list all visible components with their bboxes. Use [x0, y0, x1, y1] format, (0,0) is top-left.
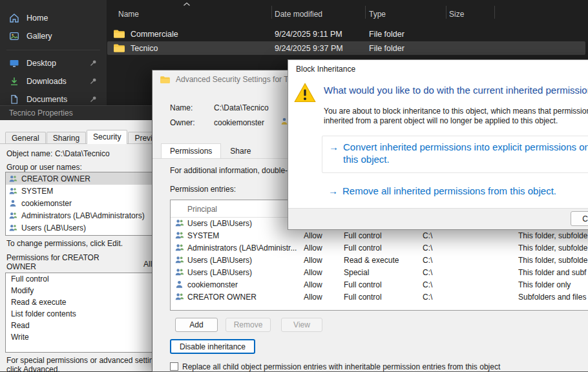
block-dialog-footer: Cancel	[288, 208, 588, 229]
entry-type: Allow	[304, 243, 322, 253]
group-icon	[8, 187, 17, 196]
sidebar-item-gallery[interactable]: Gallery	[3, 27, 103, 45]
folder-icon	[113, 43, 125, 53]
entry-access: Full control	[344, 231, 382, 240]
group-name: CREATOR OWNER	[21, 174, 90, 183]
tab-security[interactable]: Security	[87, 130, 127, 144]
column-header-date-modified[interactable]: Date modified	[275, 10, 322, 19]
entry-principal: cookiemonster	[187, 280, 238, 289]
file-row-commerciale[interactable]: Commerciale 9/24/2025 9:11 PM File folde…	[107, 27, 585, 41]
replace-permissions-checkbox[interactable]	[170, 362, 178, 371]
tab-sharing[interactable]: Sharing	[47, 132, 86, 144]
sidebar-item-downloads[interactable]: Downloads	[3, 72, 103, 90]
entry-type: Allow	[304, 256, 322, 265]
permission-name: Read	[11, 321, 30, 330]
column-divider[interactable]	[271, 6, 272, 19]
entry-access: Full control	[344, 280, 382, 289]
user-icon	[174, 280, 184, 289]
tab-general[interactable]: General	[5, 132, 46, 144]
group-name: cookiemonster	[21, 199, 72, 208]
sidebar-item-label: Desktop	[26, 59, 56, 68]
entry-applies-to: Subfolders and files	[518, 293, 586, 302]
column-header-name[interactable]: Name	[118, 10, 139, 19]
entry-type: Allow	[304, 231, 322, 240]
tab-share[interactable]: Share	[221, 143, 260, 159]
permissions-for-label: Permissions for CREATOR OWNER	[6, 253, 103, 271]
group-icon	[8, 211, 17, 220]
name-value: C:\Data\Tecnico	[214, 103, 269, 112]
entry-access: Full control	[344, 293, 382, 302]
permission-name: Read & execute	[11, 298, 66, 307]
block-title-bar[interactable]: Block Inheritance	[288, 60, 588, 78]
entry-access: Special	[344, 268, 369, 277]
screen: Home Gallery Desktop Downloads Documents	[0, 0, 588, 372]
permission-entry-row[interactable]: cookiemonster Allow Full control C:\ Thi…	[171, 278, 588, 291]
sidebar-divider	[6, 50, 100, 50]
owner-label: Owner:	[170, 118, 195, 127]
entry-applies-to: This folder only	[518, 280, 571, 289]
cancel-button[interactable]: Cancel	[571, 211, 588, 226]
block-title: Block Inheritance	[296, 65, 355, 74]
pin-icon	[89, 95, 98, 103]
block-inheritance-dialog: Block Inheritance What would you like to…	[288, 59, 588, 230]
advanced-note: For special permissions or advanced sett…	[6, 356, 169, 372]
sidebar-item-desktop[interactable]: Desktop	[3, 54, 103, 72]
permission-entry-row[interactable]: CREATOR OWNER Allow Full control C:\ Sub…	[171, 291, 588, 303]
entry-principal: SYSTEM	[187, 231, 219, 240]
entry-inherited-from: C:\	[423, 256, 432, 265]
group-icon	[8, 223, 17, 232]
file-name: Commerciale	[131, 30, 178, 39]
principal-column-header[interactable]: Principal	[187, 205, 217, 214]
permission-name: List folder contents	[11, 309, 76, 318]
permission-entry-row[interactable]: SYSTEM Allow Full control C:\ This folde…	[171, 229, 588, 242]
view-button[interactable]: View	[281, 318, 322, 332]
entry-applies-to: This folder, subfolde	[518, 243, 587, 253]
pin-icon	[89, 77, 98, 85]
permission-entry-row[interactable]: Users (LAB\Users) Allow Special C:\ This…	[171, 266, 588, 278]
column-divider[interactable]	[494, 6, 495, 19]
disable-inheritance-button[interactable]: Disable inheritance	[170, 339, 255, 354]
column-divider[interactable]	[365, 6, 366, 19]
edit-note: To change permissions, click Edit.	[6, 239, 123, 248]
column-divider[interactable]	[446, 6, 446, 19]
permission-entry-row[interactable]: Administrators (LAB\Administr... Allow F…	[171, 242, 588, 254]
file-type: File folder	[369, 44, 404, 53]
entry-type: Allow	[304, 293, 322, 302]
permission-entries-label: Permission entries:	[170, 185, 236, 194]
block-body-text: You are about to block inheritance to th…	[324, 107, 588, 126]
downloads-icon	[9, 76, 19, 87]
folder-icon	[113, 29, 125, 39]
entry-access: Full control	[344, 243, 382, 253]
file-row-tecnico[interactable]: Tecnico 9/24/2025 9:37 PM File folder	[107, 41, 585, 55]
column-header-size[interactable]: Size	[449, 10, 464, 19]
object-name-value: C:\Data\Tecnico	[55, 149, 110, 158]
owner-value: cookiemonster	[214, 118, 264, 127]
permission-entry-row[interactable]: Users (LAB\Users) Allow Read & execute C…	[171, 254, 588, 266]
remove-permissions-command-link[interactable]: Remove all inherited permissions from th…	[342, 185, 556, 196]
convert-option-line2: this object.	[343, 154, 390, 165]
entry-applies-to: This folder, subfolde	[518, 231, 587, 240]
block-body-line2: inherited from a parent object will no l…	[324, 116, 588, 126]
entry-principal: CREATOR OWNER	[187, 293, 257, 302]
group-icon	[174, 267, 184, 277]
warning-icon	[293, 82, 317, 104]
entry-principal: Users (LAB\Users)	[187, 268, 252, 277]
add-button[interactable]: Add	[175, 318, 218, 332]
entry-inherited-from: C:\	[423, 243, 432, 253]
sidebar-item-label: Documents	[26, 95, 67, 104]
file-date-modified: 9/24/2025 9:11 PM	[275, 30, 342, 39]
column-header-type[interactable]: Type	[369, 10, 386, 19]
object-name-label: Object name:	[6, 149, 52, 158]
group-name: Administrators (LAB\Administrators)	[21, 211, 145, 220]
group-name: SYSTEM	[21, 187, 53, 196]
file-date-modified: 9/24/2025 9:37 PM	[275, 44, 343, 53]
convert-permissions-command-link[interactable]: → Convert inherited permissions into exp…	[322, 136, 588, 173]
block-heading: What would you like to do with the curre…	[324, 85, 588, 96]
sidebar-item-label: Downloads	[26, 77, 67, 86]
remove-button[interactable]: Remove	[226, 318, 271, 332]
entry-inherited-from: C:\	[423, 268, 432, 277]
tab-permissions[interactable]: Permissions	[161, 143, 221, 159]
sidebar-item-label: Home	[26, 14, 48, 23]
sidebar-item-home[interactable]: Home	[3, 9, 103, 26]
entry-principal: Users (LAB\Users)	[187, 219, 252, 228]
